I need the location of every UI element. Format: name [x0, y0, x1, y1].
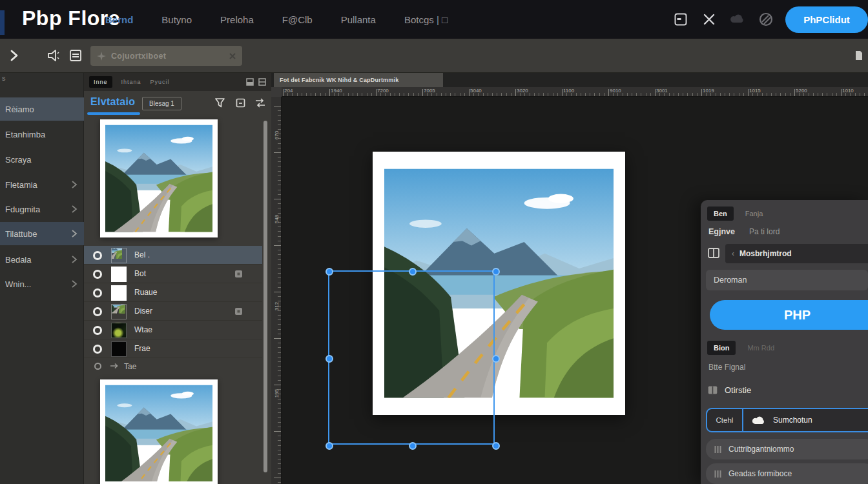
- clear-icon[interactable]: [229, 53, 236, 59]
- layer-row[interactable]: Diser: [84, 302, 262, 321]
- file-icon[interactable]: [855, 50, 863, 61]
- grid-icon[interactable]: [246, 78, 254, 86]
- tool-preset-dropdown[interactable]: Cojuortxiboet: [90, 46, 242, 66]
- ruler-label: 9010: [610, 88, 621, 94]
- cloud-icon[interactable]: [723, 5, 752, 34]
- eye-icon[interactable]: [93, 251, 102, 260]
- crop-icon[interactable]: [235, 97, 246, 108]
- dropdown-value: Cojuortxiboet: [111, 52, 229, 61]
- selection-handle[interactable]: [492, 355, 500, 363]
- blocked-icon[interactable]: [752, 5, 780, 34]
- panel-tab[interactable]: Fanja: [745, 210, 763, 217]
- menu-item[interactable]: F@Clb: [282, 14, 313, 25]
- eye-icon[interactable]: [93, 345, 102, 354]
- speaker-icon[interactable]: [46, 48, 61, 63]
- sidebar-item[interactable]: Fdugmita: [0, 199, 84, 219]
- layer-thumbnail[interactable]: [111, 248, 127, 263]
- upload-row[interactable]: Ctehl Sumchotun: [706, 408, 868, 432]
- document-tab[interactable]: Fot det Fabcnik WK Nihd & CapDurtmmik: [274, 73, 443, 87]
- panel-tab[interactable]: Ben: [707, 207, 734, 221]
- list-icon[interactable]: [68, 48, 83, 63]
- sidebar-item[interactable]: Etanhimba: [0, 124, 84, 145]
- option-pill[interactable]: Cuttribgantniommo: [706, 439, 868, 459]
- lock-badge-icon[interactable]: [234, 270, 243, 278]
- name-field[interactable]: Deroman: [706, 270, 868, 290]
- selection-handle[interactable]: [409, 442, 417, 450]
- ruler-label: 670: [274, 130, 280, 141]
- section-heading: Btte Fignal: [708, 363, 745, 372]
- option-row[interactable]: Otirstie: [707, 385, 751, 396]
- panel-tab[interactable]: Ihtana: [121, 79, 141, 85]
- selection-handle[interactable]: [492, 268, 500, 276]
- divider: [742, 409, 743, 431]
- columns-icon[interactable]: [707, 247, 720, 259]
- sidebar-item[interactable]: Rèiamo: [0, 97, 84, 121]
- primary-action-button[interactable]: PhPClidut: [785, 6, 868, 33]
- sparkle-icon: [97, 52, 106, 61]
- layer-thumbnail[interactable]: [111, 323, 127, 338]
- layer-thumbnail[interactable]: [111, 341, 127, 357]
- selection-handle[interactable]: [326, 442, 333, 450]
- option-pill[interactable]: Geadas formiboce: [706, 463, 868, 484]
- menu-item[interactable]: Pullanta: [341, 14, 376, 25]
- eye-icon[interactable]: [93, 270, 102, 279]
- layer-row[interactable]: Bot: [84, 265, 262, 283]
- stack-icon[interactable]: [258, 78, 266, 86]
- layer-row[interactable]: Frae: [84, 339, 262, 358]
- library-dropdown[interactable]: ‹ Mosbrhjmtrod: [725, 244, 868, 263]
- layer-thumbnail[interactable]: [111, 285, 127, 301]
- eye-icon[interactable]: [93, 307, 102, 316]
- lock-badge-icon[interactable]: [234, 307, 243, 316]
- swap-icon[interactable]: [254, 97, 266, 108]
- selection-handle[interactable]: [409, 268, 417, 276]
- group-button[interactable]: Blesag 1: [142, 97, 181, 110]
- selection-handle[interactable]: [492, 442, 500, 450]
- eye-icon[interactable]: [94, 363, 101, 370]
- sidebar-item[interactable]: Fletamia: [0, 174, 84, 195]
- main-menu: Bernd Butyno Preloha F@Clb Pullanta Botc…: [105, 0, 448, 39]
- menu-item[interactable]: Botcgs | □: [404, 14, 448, 25]
- close-icon[interactable]: [695, 5, 723, 34]
- panel-tab[interactable]: Inne: [89, 76, 112, 88]
- left-sidebar: s Rèiamo Etanhimba Scraya Fletamia Fdugm…: [0, 73, 84, 484]
- panel-tab[interactable]: Pyucil: [150, 79, 170, 85]
- layer-row[interactable]: Wtae: [84, 321, 262, 339]
- selection-handle[interactable]: [326, 268, 333, 276]
- ruler-label: 204: [284, 88, 293, 94]
- selection-box[interactable]: [328, 270, 495, 445]
- asset-thumbnail[interactable]: [100, 379, 218, 484]
- sidebar-item[interactable]: Wnin...: [0, 274, 84, 294]
- menu-item[interactable]: Butyno: [161, 14, 192, 25]
- menu-item[interactable]: Preloha: [220, 14, 254, 25]
- tool-options-bar: Cojuortxiboet: [0, 39, 868, 73]
- eye-icon[interactable]: [93, 288, 102, 297]
- php-button[interactable]: PHP: [710, 300, 868, 330]
- sidebar-partial-item: s: [2, 74, 6, 82]
- chevron-right-icon: [71, 205, 78, 213]
- layer-row[interactable]: Tae: [84, 358, 262, 375]
- chevron-right-icon[interactable]: [8, 49, 21, 62]
- ruler-label: 3001: [656, 88, 668, 94]
- asset-thumbnail[interactable]: [100, 119, 218, 237]
- selection-handle[interactable]: [326, 355, 333, 363]
- panel-scrollbar[interactable]: [264, 121, 267, 472]
- layer-thumbnail[interactable]: [111, 304, 127, 319]
- panel-tab[interactable]: Mm Rdd: [747, 344, 774, 352]
- menu-item[interactable]: Bernd: [105, 14, 133, 25]
- layer-row[interactable]: Ruaue: [84, 283, 262, 302]
- ruler-label: 7005: [424, 88, 435, 94]
- window-icon[interactable]: [666, 5, 695, 34]
- layer-row[interactable]: Bel .: [84, 246, 262, 265]
- funnel-icon[interactable]: [214, 97, 225, 108]
- panel-tab[interactable]: Bion: [707, 341, 736, 355]
- ruler-label: 1019: [703, 88, 714, 94]
- layer-thumbnail[interactable]: [111, 267, 127, 282]
- active-view-tab[interactable]: Elvtataio: [90, 96, 135, 108]
- layers-panel: Inne Ihtana Pyucil Elvtataio Blesag 1 Be…: [84, 73, 271, 484]
- eye-icon[interactable]: [93, 326, 102, 335]
- sidebar-item[interactable]: Tilattube: [0, 222, 84, 245]
- sidebar-item[interactable]: Bedala: [0, 249, 84, 270]
- ruler-label: 1015: [749, 88, 761, 94]
- sidebar-item[interactable]: Scraya: [0, 149, 84, 170]
- logo-accent: [0, 10, 5, 35]
